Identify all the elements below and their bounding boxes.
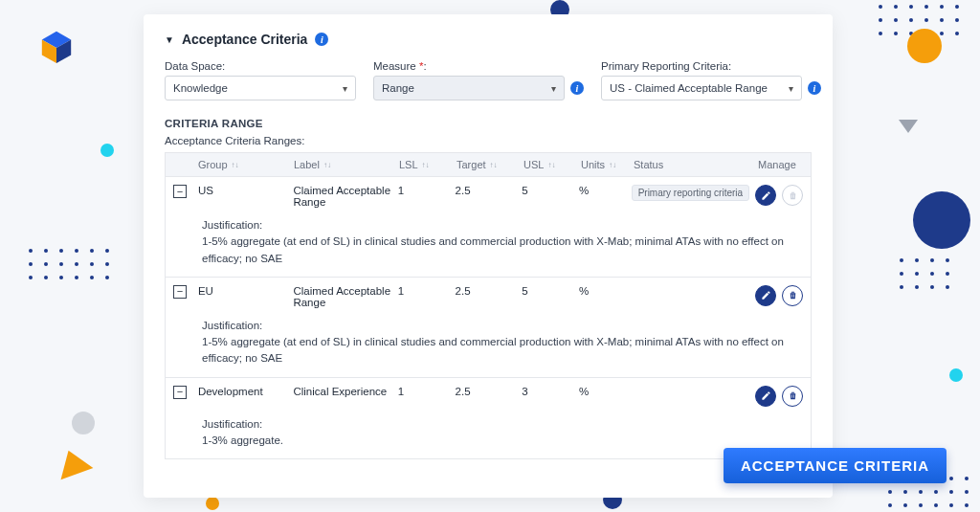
collapse-row-icon[interactable]: − bbox=[173, 185, 187, 198]
delete-button[interactable] bbox=[782, 386, 803, 407]
sort-icon: ↑↓ bbox=[232, 161, 239, 169]
col-usl[interactable]: USL↑↓ bbox=[523, 159, 581, 170]
filter-measure: Measure *: Range ▾ i bbox=[373, 60, 584, 100]
sort-icon: ↑↓ bbox=[422, 161, 430, 169]
table-row: − EU Claimed Acceptable Range 1 2.5 5 % … bbox=[165, 278, 812, 378]
sort-icon: ↑↓ bbox=[323, 161, 331, 169]
justification-label: Justification: bbox=[202, 416, 803, 433]
delete-button bbox=[782, 185, 803, 206]
cell-group: US bbox=[198, 185, 294, 196]
filter-label: Data Space: bbox=[165, 60, 356, 72]
criteria-rows: − US Claimed Acceptable Range 1 2.5 5 % … bbox=[165, 177, 812, 459]
logo-cube-icon bbox=[38, 29, 75, 65]
decor-circle bbox=[949, 368, 963, 382]
cell-status: Primary reporting criteria bbox=[632, 185, 755, 201]
cell-target: 2.5 bbox=[456, 285, 523, 297]
table-row: − Development Clinical Experience 1 2.5 … bbox=[165, 378, 812, 460]
status-badge: Primary reporting criteria bbox=[632, 185, 749, 201]
info-icon[interactable]: i bbox=[570, 81, 584, 95]
cell-target: 2.5 bbox=[456, 386, 523, 397]
select-value: Range bbox=[382, 82, 414, 94]
select-value: Knowledge bbox=[173, 82, 228, 94]
col-lsl[interactable]: LSL↑↓ bbox=[399, 159, 457, 170]
cell-lsl: 1 bbox=[398, 386, 456, 397]
chevron-down-icon: ▾ bbox=[789, 83, 793, 94]
cell-usl: 5 bbox=[522, 185, 579, 196]
section-title: Acceptance Criteria bbox=[182, 32, 308, 47]
cell-usl: 3 bbox=[522, 386, 579, 397]
collapse-caret-icon[interactable]: ▼ bbox=[165, 34, 174, 45]
justification-label: Justification: bbox=[202, 318, 803, 334]
decor-circle bbox=[100, 144, 114, 157]
col-manage: Manage bbox=[758, 159, 803, 170]
acceptance-criteria-panel: ▼ Acceptance Criteria i Data Space: Know… bbox=[144, 14, 833, 498]
cell-group: Development bbox=[198, 386, 294, 397]
decor-circle bbox=[907, 29, 942, 63]
cell-lsl: 1 bbox=[398, 285, 456, 297]
decor-circle bbox=[206, 497, 219, 510]
acceptance-criteria-banner: ACCEPTANCE CRITERIA bbox=[724, 448, 947, 483]
filter-label: Measure *: bbox=[373, 60, 584, 72]
cell-label: Clinical Experience bbox=[293, 386, 397, 397]
criteria-table-header: Group↑↓ Label↑↓ LSL↑↓ Target↑↓ USL↑↓ Uni… bbox=[165, 152, 812, 177]
sort-icon: ↑↓ bbox=[547, 161, 555, 169]
cell-units: % bbox=[579, 185, 632, 196]
sort-icon: ↑↓ bbox=[609, 161, 616, 169]
edit-button[interactable] bbox=[755, 386, 776, 407]
filter-primary-criteria: Primary Reporting Criteria: US - Claimed… bbox=[601, 60, 821, 100]
decor-circle bbox=[72, 412, 95, 434]
select-value: US - Claimed Acceptable Range bbox=[610, 82, 768, 94]
cell-target: 2.5 bbox=[456, 185, 523, 196]
filter-data-space: Data Space: Knowledge ▾ bbox=[165, 60, 356, 100]
section-header[interactable]: ▼ Acceptance Criteria i bbox=[165, 32, 812, 47]
primary-criteria-select[interactable]: US - Claimed Acceptable Range ▾ bbox=[601, 76, 802, 100]
col-status[interactable]: Status bbox=[634, 159, 758, 170]
cell-units: % bbox=[579, 285, 632, 297]
decor-circle bbox=[913, 191, 970, 249]
delete-button[interactable] bbox=[782, 285, 803, 306]
col-label[interactable]: Label↑↓ bbox=[294, 159, 399, 170]
cell-group: EU bbox=[198, 285, 294, 297]
cell-label: Claimed Acceptable Range bbox=[293, 285, 397, 308]
decor-dots bbox=[29, 249, 111, 279]
col-group[interactable]: Group↑↓ bbox=[198, 159, 294, 170]
data-space-select[interactable]: Knowledge ▾ bbox=[165, 76, 356, 100]
decor-triangle bbox=[53, 445, 94, 480]
criteria-range-subtext: Acceptance Criteria Ranges: bbox=[165, 135, 812, 146]
justification-block: Justification: 1-3% aggregate. bbox=[202, 416, 803, 450]
filters-row: Data Space: Knowledge ▾ Measure *: Range… bbox=[165, 60, 812, 100]
justification-block: Justification: 1-5% aggregate (at end of… bbox=[202, 217, 803, 267]
cell-label: Claimed Acceptable Range bbox=[293, 185, 397, 208]
col-target[interactable]: Target↑↓ bbox=[457, 159, 523, 170]
table-row: − US Claimed Acceptable Range 1 2.5 5 % … bbox=[165, 177, 812, 278]
measure-select[interactable]: Range ▾ bbox=[373, 76, 565, 100]
filter-label: Primary Reporting Criteria: bbox=[601, 60, 821, 72]
info-icon[interactable]: i bbox=[315, 33, 328, 46]
decor-triangle bbox=[899, 120, 918, 133]
decor-dots bbox=[900, 258, 951, 289]
sort-icon: ↑↓ bbox=[490, 161, 498, 169]
cell-units: % bbox=[579, 386, 632, 397]
justification-text: 1-3% aggregate. bbox=[202, 433, 803, 449]
info-icon[interactable]: i bbox=[808, 81, 821, 95]
chevron-down-icon: ▾ bbox=[343, 83, 347, 94]
justification-text: 1-5% aggregate (at end of SL) in clinica… bbox=[202, 234, 803, 267]
edit-button[interactable] bbox=[755, 185, 776, 206]
criteria-range-heading: CRITERIA RANGE bbox=[165, 118, 812, 129]
collapse-row-icon[interactable]: − bbox=[173, 386, 187, 399]
justification-block: Justification: 1-5% aggregate (at end of… bbox=[202, 318, 803, 367]
justification-text: 1-5% aggregate (at end of SL) in clinica… bbox=[202, 334, 803, 367]
col-units[interactable]: Units↑↓ bbox=[581, 159, 634, 170]
collapse-row-icon[interactable]: − bbox=[173, 285, 187, 299]
justification-label: Justification: bbox=[202, 217, 803, 234]
chevron-down-icon: ▾ bbox=[551, 83, 556, 94]
cell-lsl: 1 bbox=[398, 185, 456, 196]
cell-usl: 5 bbox=[522, 285, 579, 297]
edit-button[interactable] bbox=[755, 285, 776, 306]
